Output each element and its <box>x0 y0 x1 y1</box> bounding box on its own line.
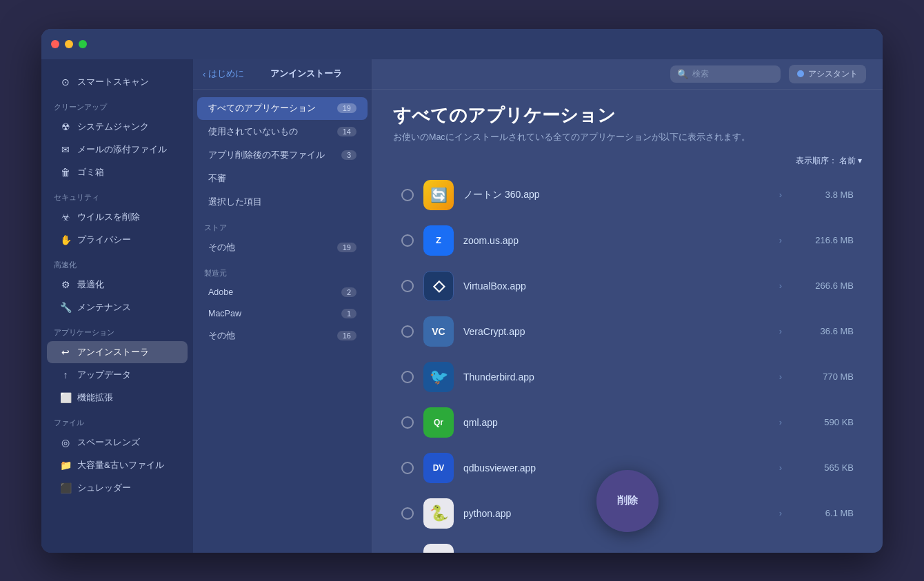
system-junk-icon: ☢ <box>59 121 72 133</box>
filter-vendor-other[interactable]: その他 16 <box>197 325 368 347</box>
app-row[interactable]: VC VeraCrypt.app › 36.6 MB <box>393 309 862 354</box>
app-select-radio[interactable] <box>401 371 414 383</box>
sidebar-section-apps: アプリケーション <box>41 319 193 340</box>
sidebar-section-cleanup: クリーンアップ <box>41 94 193 115</box>
app-select-radio[interactable] <box>401 507 414 520</box>
sidebar-item-virus[interactable]: ☣ ウイルスを削除 <box>47 206 188 228</box>
sidebar-item-large-files[interactable]: 📁 大容量&古いファイル <box>47 454 188 476</box>
app-size: 590 KB <box>799 417 854 427</box>
app-row[interactable]: 🐦 Thunderbird.app › 770 MB <box>393 355 862 399</box>
sidebar-section-files: ファイル <box>41 409 193 431</box>
filter-unused[interactable]: 使用されていないもの 14 <box>197 121 368 143</box>
smart-scan-icon: ⊙ <box>59 76 72 88</box>
filter-label: Adobe <box>208 287 233 297</box>
delete-fab-button[interactable]: 削除 <box>596 470 659 532</box>
assistant-label: アシスタント <box>808 68 858 80</box>
sidebar-item-mail-attachments[interactable]: ✉ メールの添付ファイル <box>47 139 188 161</box>
trash-icon: 🗑 <box>59 166 72 179</box>
search-input[interactable] <box>692 69 774 79</box>
app-row[interactable]: ◇ VirtualBox.app › 266.6 MB <box>393 264 862 308</box>
filter-list: すべてのアプリケーション 19 使用されていないもの 14 アプリ削除後の不要フ… <box>193 90 372 553</box>
sidebar-item-label: スマートスキャン <box>77 76 149 88</box>
content-wrapper: 🔍 アシスタント すべてのアプリケーション お使いのMacにインストールされてい… <box>372 59 883 553</box>
sort-label[interactable]: 表示順序： 名前 ▾ <box>796 156 862 166</box>
filter-store-other[interactable]: その他 19 <box>197 236 368 259</box>
assistant-icon <box>797 70 804 77</box>
sidebar-item-privacy[interactable]: ✋ プライバシー <box>47 229 188 251</box>
sidebar-item-optimization[interactable]: ⚙ 最適化 <box>47 274 188 296</box>
shredder-icon: ⬛ <box>59 482 72 494</box>
store-section-label: ストア <box>193 214 372 236</box>
mail-icon: ✉ <box>59 143 72 156</box>
app-icon: Qr <box>423 407 454 438</box>
filter-badge: 16 <box>337 331 356 340</box>
sidebar-item-label: 最適化 <box>77 278 104 291</box>
sidebar-item-updater[interactable]: ↑ アップデータ <box>47 364 188 386</box>
app-row[interactable]: Qr qml.app › 590 KB <box>393 400 862 445</box>
sidebar-item-maintenance[interactable]: 🔧 メンテナンス <box>47 296 188 318</box>
app-name: zoom.us.app <box>463 235 770 246</box>
app-select-radio[interactable] <box>401 189 414 201</box>
app-row[interactable]: ⊞ pixeltool.app › 147 KB <box>393 537 862 553</box>
close-button[interactable] <box>51 40 59 48</box>
filter-vendor-adobe[interactable]: Adobe 2 <box>197 282 368 303</box>
filter-badge: 19 <box>337 243 356 252</box>
back-button[interactable]: ‹ はじめに <box>203 68 244 80</box>
filter-all-apps[interactable]: すべてのアプリケーション 19 <box>197 97 368 120</box>
app-icon: ⊞ <box>423 544 454 553</box>
space-lens-icon: ◎ <box>59 436 72 449</box>
uninstaller-icon: ↩ <box>59 346 72 358</box>
sidebar-item-label: アップデータ <box>77 369 131 381</box>
app-name: Thunderbird.app <box>463 371 770 383</box>
app-select-radio[interactable] <box>401 416 414 429</box>
sidebar-item-space-lens[interactable]: ◎ スペースレンズ <box>47 431 188 453</box>
sidebar-item-label: 機能拡張 <box>77 391 113 404</box>
chevron-right-icon: › <box>779 281 782 291</box>
delete-label: 削除 <box>617 494 638 507</box>
extensions-icon: ⬜ <box>59 391 72 404</box>
filter-badge: 2 <box>341 287 356 297</box>
filter-label: すべてのアプリケーション <box>208 103 316 114</box>
app-select-radio[interactable] <box>401 462 414 474</box>
filter-suspicious[interactable]: 不審 <box>197 167 368 190</box>
filter-leftovers[interactable]: アプリ削除後の不要ファイル 3 <box>197 144 368 167</box>
sidebar-item-shredder[interactable]: ⬛ シュレッダー <box>47 477 188 499</box>
assistant-button[interactable]: アシスタント <box>789 65 866 83</box>
app-size: 3.8 MB <box>799 190 854 200</box>
app-select-radio[interactable] <box>401 325 414 338</box>
main-layout: ⊙ スマートスキャン クリーンアップ ☢ システムジャンク ✉ メールの添付ファ… <box>41 59 883 553</box>
app-row[interactable]: 🔄 ノートン 360.app › 3.8 MB <box>393 173 862 217</box>
sidebar-item-label: アンインストーラ <box>77 346 149 358</box>
updater-icon: ↑ <box>59 369 72 381</box>
app-name: qml.app <box>463 417 770 428</box>
sidebar-item-label: ウイルスを削除 <box>77 211 140 223</box>
app-row[interactable]: Z zoom.us.app › 216.6 MB <box>393 218 862 263</box>
maximize-button[interactable] <box>79 40 87 48</box>
app-name: VeraCrypt.app <box>463 326 770 337</box>
filter-label: 選択した項目 <box>208 196 262 208</box>
sidebar-item-uninstaller[interactable]: ↩ アンインストーラ <box>47 341 188 363</box>
app-size: 36.6 MB <box>799 326 854 336</box>
search-box[interactable]: 🔍 <box>670 65 781 83</box>
sidebar-item-label: システムジャンク <box>77 121 149 133</box>
app-select-radio[interactable] <box>401 280 414 292</box>
sidebar-item-system-junk[interactable]: ☢ システムジャンク <box>47 116 188 138</box>
minimize-button[interactable] <box>65 40 73 48</box>
sidebar-item-trash[interactable]: 🗑 ゴミ箱 <box>47 161 188 183</box>
filter-vendor-macpaw[interactable]: MacPaw 1 <box>197 303 368 324</box>
sidebar-section-security: セキュリティ <box>41 184 193 205</box>
maintenance-icon: 🔧 <box>59 301 72 314</box>
filter-selected[interactable]: 選択した項目 <box>197 191 368 214</box>
filter-label: 不審 <box>208 173 226 185</box>
chevron-right-icon: › <box>779 190 782 200</box>
app-size: 565 KB <box>799 462 854 473</box>
filter-badge: 19 <box>337 103 356 113</box>
privacy-icon: ✋ <box>59 234 72 246</box>
sidebar-item-label: メンテナンス <box>77 301 131 314</box>
sidebar-item-smart-scan[interactable]: ⊙ スマートスキャン <box>47 71 188 93</box>
app-size: 266.6 MB <box>799 281 854 291</box>
app-select-radio[interactable] <box>401 234 414 247</box>
chevron-right-icon: › <box>779 371 782 382</box>
filter-label: 使用されていないもの <box>208 126 298 138</box>
sidebar-item-extensions[interactable]: ⬜ 機能拡張 <box>47 387 188 409</box>
